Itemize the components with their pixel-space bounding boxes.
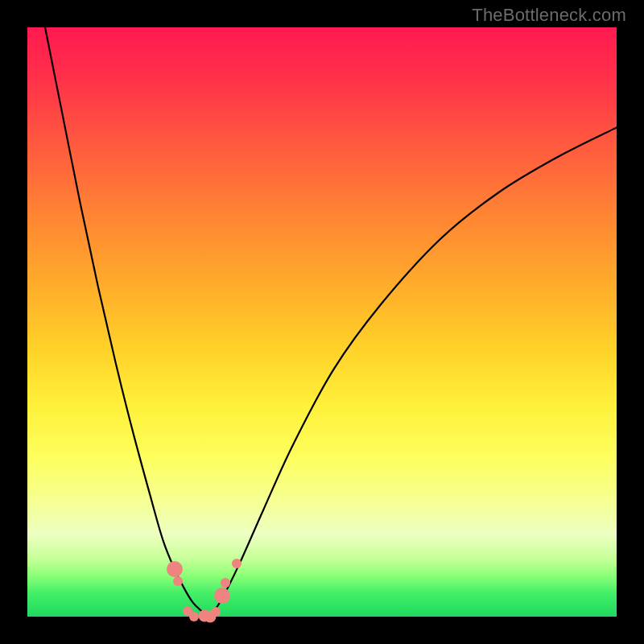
watermark-text: TheBottleneck.com	[472, 5, 626, 26]
data-marker	[214, 588, 230, 604]
data-marker	[167, 561, 183, 577]
data-marker	[221, 578, 230, 588]
bottleneck-curve	[27, 27, 617, 617]
data-marker	[173, 576, 183, 586]
chart-frame: TheBottleneck.com	[0, 0, 644, 644]
data-marker	[232, 559, 242, 568]
data-marker	[211, 607, 221, 617]
plot-area	[27, 27, 617, 617]
